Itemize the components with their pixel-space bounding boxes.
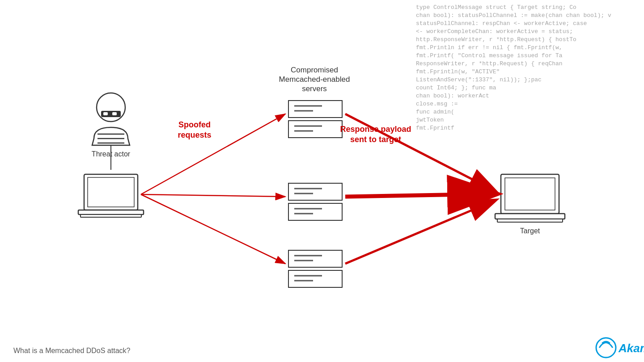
svg-text:What is a Memcached DDoS attac: What is a Memcached DDoS attack?	[13, 347, 131, 354]
svg-line-56	[141, 194, 285, 264]
svg-text:Threat actor: Threat actor	[92, 150, 131, 158]
svg-text:http.ResponseWriter, r *http.R: http.ResponseWriter, r *http.Request) { …	[416, 36, 576, 43]
svg-point-68	[596, 338, 616, 358]
svg-text:Response payload: Response payload	[340, 125, 411, 134]
svg-text:func admin(: func admin(	[416, 109, 454, 115]
svg-text:Compromised: Compromised	[291, 66, 338, 74]
svg-rect-32	[288, 101, 342, 118]
svg-rect-61	[495, 214, 565, 219]
svg-point-16	[97, 93, 125, 122]
svg-rect-17	[101, 111, 121, 117]
svg-text:fmt.Printf(  "Control message : fmt.Printf( "Control message issued for …	[416, 52, 563, 59]
svg-rect-27	[78, 210, 144, 215]
svg-text:statusPollChannel: respChan <-: statusPollChannel: respChan <- workerAct…	[416, 20, 587, 27]
svg-rect-25	[84, 174, 138, 210]
svg-rect-19	[112, 112, 117, 115]
svg-rect-47	[288, 270, 342, 287]
svg-rect-59	[501, 174, 559, 214]
svg-text:jwtToken: jwtToken	[416, 117, 444, 123]
svg-text:chan bool): statusPollChannel : chan bool): statusPollChannel := make(ch…	[416, 12, 611, 19]
svg-line-64	[345, 114, 496, 191]
svg-rect-41	[288, 203, 342, 220]
svg-text:ListenAndServe(":1337", nil));: ListenAndServe(":1337", nil)); };pac	[416, 76, 542, 83]
svg-text:fmt.Fprintln(w, "ACTIVE": fmt.Fprintln(w, "ACTIVE"	[416, 68, 500, 75]
svg-text:Spoofed: Spoofed	[178, 120, 211, 129]
svg-text:fmt.Println   if err != nil { : fmt.Println if err != nil { fmt.Fprintf(…	[416, 44, 563, 51]
svg-text:servers: servers	[302, 84, 327, 93]
svg-line-54	[141, 114, 285, 194]
svg-line-55	[141, 194, 285, 197]
svg-text:fmt.Fprintf: fmt.Fprintf	[416, 125, 454, 131]
svg-text:Target: Target	[520, 227, 540, 235]
svg-rect-28	[80, 215, 141, 217]
svg-rect-60	[505, 178, 555, 210]
svg-rect-26	[88, 177, 134, 207]
svg-text:close.msg :=: close.msg :=	[416, 101, 458, 107]
svg-text:requests: requests	[178, 130, 211, 139]
svg-text:ResponseWriter, r *http.Reques: ResponseWriter, r *http.Request) { reqCh…	[416, 60, 563, 67]
svg-rect-18	[103, 112, 108, 115]
svg-line-66	[345, 200, 496, 264]
svg-text:Memcached-enabled: Memcached-enabled	[279, 75, 350, 84]
svg-text:Akamai: Akamai	[618, 341, 644, 355]
svg-text:count Int64; }; func ma: count Int64; }; func ma	[416, 84, 496, 91]
code-background	[411, 0, 644, 206]
svg-rect-35	[288, 121, 342, 138]
svg-rect-62	[497, 219, 563, 222]
svg-text:sent to target: sent to target	[350, 135, 401, 144]
svg-rect-44	[288, 250, 342, 267]
svg-rect-38	[288, 183, 342, 200]
svg-text:<- workerCompleteChan: workerA: <- workerCompleteChan: workerActive = st…	[416, 28, 573, 35]
svg-text:chan bool): workerAct: chan bool): workerAct	[416, 93, 489, 99]
svg-line-65	[345, 194, 496, 197]
diagram-svg: type ControlMessage struct { Target stri…	[0, 0, 644, 362]
svg-text:type ControlMessage struct { T: type ControlMessage struct { Target stri…	[416, 4, 576, 11]
